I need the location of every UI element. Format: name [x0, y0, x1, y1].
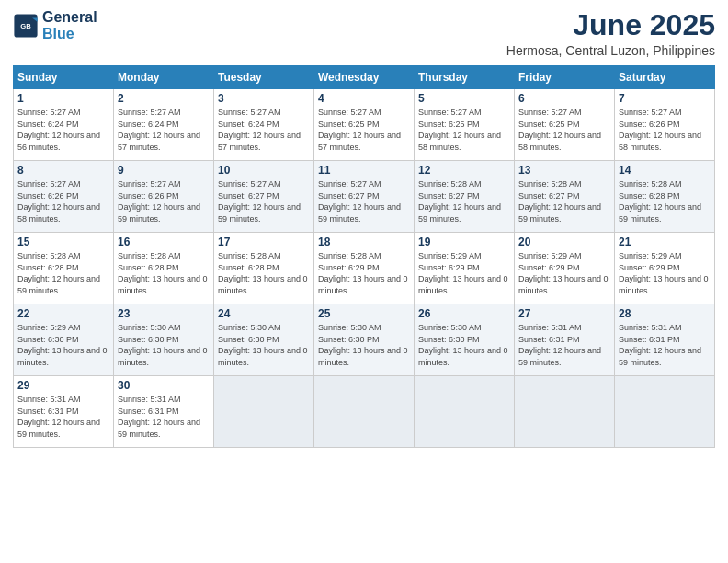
week-row-2: 8Sunrise: 5:27 AMSunset: 6:26 PMDaylight… [14, 161, 715, 233]
day-number: 5 [418, 92, 510, 105]
calendar-cell: 22Sunrise: 5:29 AMSunset: 6:30 PMDayligh… [14, 304, 114, 376]
day-info: Sunrise: 5:27 AMSunset: 6:24 PMDaylight:… [218, 107, 310, 153]
calendar-cell: 4Sunrise: 5:27 AMSunset: 6:25 PMDaylight… [314, 89, 415, 161]
day-info: Sunrise: 5:27 AMSunset: 6:25 PMDaylight:… [418, 107, 510, 153]
day-info: Sunrise: 5:29 AMSunset: 6:30 PMDaylight:… [17, 322, 109, 368]
day-info: Sunrise: 5:29 AMSunset: 6:29 PMDaylight:… [518, 250, 610, 296]
col-saturday: Saturday [615, 66, 715, 89]
logo-icon: GB [13, 13, 39, 39]
col-tuesday: Tuesday [214, 66, 314, 89]
day-info: Sunrise: 5:29 AMSunset: 6:29 PMDaylight:… [418, 250, 510, 296]
calendar-cell: 27Sunrise: 5:31 AMSunset: 6:31 PMDayligh… [515, 304, 615, 376]
day-number: 13 [518, 164, 610, 177]
calendar-cell: 30Sunrise: 5:31 AMSunset: 6:31 PMDayligh… [114, 376, 214, 448]
day-info: Sunrise: 5:30 AMSunset: 6:30 PMDaylight:… [418, 322, 510, 368]
day-info: Sunrise: 5:27 AMSunset: 6:26 PMDaylight:… [17, 178, 109, 224]
day-number: 14 [619, 164, 711, 177]
day-info: Sunrise: 5:31 AMSunset: 6:31 PMDaylight:… [118, 394, 210, 440]
day-number: 10 [218, 164, 310, 177]
logo-text: General Blue [42, 9, 97, 41]
calendar-cell: 17Sunrise: 5:28 AMSunset: 6:28 PMDayligh… [214, 233, 314, 304]
page: GB General Blue June 2025 Hermosa, Centr… [0, 0, 728, 563]
calendar-cell: 18Sunrise: 5:28 AMSunset: 6:29 PMDayligh… [314, 233, 415, 304]
calendar-cell: 23Sunrise: 5:30 AMSunset: 6:30 PMDayligh… [114, 304, 214, 376]
calendar-title: June 2025 [506, 9, 715, 41]
col-monday: Monday [114, 66, 214, 89]
day-number: 29 [17, 379, 109, 392]
day-number: 16 [118, 236, 210, 248]
day-info: Sunrise: 5:29 AMSunset: 6:29 PMDaylight:… [619, 250, 711, 296]
calendar-cell: 24Sunrise: 5:30 AMSunset: 6:30 PMDayligh… [214, 304, 314, 376]
calendar-cell: 11Sunrise: 5:27 AMSunset: 6:27 PMDayligh… [314, 161, 415, 233]
calendar-cell: 26Sunrise: 5:30 AMSunset: 6:30 PMDayligh… [415, 304, 515, 376]
day-number: 24 [218, 307, 310, 320]
day-info: Sunrise: 5:28 AMSunset: 6:28 PMDaylight:… [218, 250, 310, 296]
calendar-cell: 2Sunrise: 5:27 AMSunset: 6:24 PMDaylight… [114, 89, 214, 161]
day-info: Sunrise: 5:30 AMSunset: 6:30 PMDaylight:… [118, 322, 210, 368]
week-row-4: 22Sunrise: 5:29 AMSunset: 6:30 PMDayligh… [14, 304, 715, 376]
calendar-cell [214, 376, 314, 448]
day-number: 3 [218, 92, 310, 105]
calendar-cell [415, 376, 515, 448]
calendar-cell: 10Sunrise: 5:27 AMSunset: 6:27 PMDayligh… [214, 161, 314, 233]
day-info: Sunrise: 5:27 AMSunset: 6:25 PMDaylight:… [318, 107, 410, 153]
day-number: 11 [318, 164, 410, 177]
day-info: Sunrise: 5:28 AMSunset: 6:28 PMDaylight:… [118, 250, 210, 296]
calendar-cell [515, 376, 615, 448]
calendar-cell: 21Sunrise: 5:29 AMSunset: 6:29 PMDayligh… [615, 233, 715, 304]
calendar-cell: 7Sunrise: 5:27 AMSunset: 6:26 PMDaylight… [615, 89, 715, 161]
calendar-cell: 5Sunrise: 5:27 AMSunset: 6:25 PMDaylight… [415, 89, 515, 161]
week-row-3: 15Sunrise: 5:28 AMSunset: 6:28 PMDayligh… [14, 233, 715, 304]
calendar-cell: 12Sunrise: 5:28 AMSunset: 6:27 PMDayligh… [415, 161, 515, 233]
day-info: Sunrise: 5:27 AMSunset: 6:26 PMDaylight:… [118, 178, 210, 224]
day-number: 1 [17, 92, 109, 105]
day-number: 25 [318, 307, 410, 320]
title-block: June 2025 Hermosa, Central Luzon, Philip… [506, 9, 715, 58]
col-friday: Friday [515, 66, 615, 89]
day-info: Sunrise: 5:27 AMSunset: 6:24 PMDaylight:… [118, 107, 210, 153]
calendar-cell: 14Sunrise: 5:28 AMSunset: 6:28 PMDayligh… [615, 161, 715, 233]
day-info: Sunrise: 5:31 AMSunset: 6:31 PMDaylight:… [619, 322, 711, 368]
day-number: 30 [118, 379, 210, 392]
day-number: 4 [318, 92, 410, 105]
logo: GB General Blue [13, 9, 97, 41]
calendar-cell: 19Sunrise: 5:29 AMSunset: 6:29 PMDayligh… [415, 233, 515, 304]
day-number: 15 [17, 236, 109, 248]
day-number: 27 [518, 307, 610, 320]
day-info: Sunrise: 5:30 AMSunset: 6:30 PMDaylight:… [318, 322, 410, 368]
week-row-5: 29Sunrise: 5:31 AMSunset: 6:31 PMDayligh… [14, 376, 715, 448]
day-number: 9 [118, 164, 210, 177]
day-number: 2 [118, 92, 210, 105]
day-info: Sunrise: 5:27 AMSunset: 6:25 PMDaylight:… [518, 107, 610, 153]
day-number: 23 [118, 307, 210, 320]
day-number: 8 [17, 164, 109, 177]
day-number: 22 [17, 307, 109, 320]
col-sunday: Sunday [14, 66, 114, 89]
header: GB General Blue June 2025 Hermosa, Centr… [13, 9, 715, 58]
day-info: Sunrise: 5:31 AMSunset: 6:31 PMDaylight:… [17, 394, 109, 440]
calendar-cell: 28Sunrise: 5:31 AMSunset: 6:31 PMDayligh… [615, 304, 715, 376]
day-number: 12 [418, 164, 510, 177]
day-number: 7 [619, 92, 711, 105]
calendar-cell: 3Sunrise: 5:27 AMSunset: 6:24 PMDaylight… [214, 89, 314, 161]
day-number: 28 [619, 307, 711, 320]
svg-text:GB: GB [20, 21, 31, 29]
day-info: Sunrise: 5:28 AMSunset: 6:28 PMDaylight:… [17, 250, 109, 296]
calendar-cell: 13Sunrise: 5:28 AMSunset: 6:27 PMDayligh… [515, 161, 615, 233]
calendar-cell: 25Sunrise: 5:30 AMSunset: 6:30 PMDayligh… [314, 304, 415, 376]
day-info: Sunrise: 5:28 AMSunset: 6:29 PMDaylight:… [318, 250, 410, 296]
day-info: Sunrise: 5:27 AMSunset: 6:26 PMDaylight:… [619, 107, 711, 153]
day-number: 17 [218, 236, 310, 248]
day-number: 26 [418, 307, 510, 320]
calendar-cell: 15Sunrise: 5:28 AMSunset: 6:28 PMDayligh… [14, 233, 114, 304]
col-wednesday: Wednesday [314, 66, 415, 89]
calendar-cell: 9Sunrise: 5:27 AMSunset: 6:26 PMDaylight… [114, 161, 214, 233]
header-row: Sunday Monday Tuesday Wednesday Thursday… [14, 66, 715, 89]
day-info: Sunrise: 5:27 AMSunset: 6:24 PMDaylight:… [17, 107, 109, 153]
calendar-cell: 29Sunrise: 5:31 AMSunset: 6:31 PMDayligh… [14, 376, 114, 448]
calendar-subtitle: Hermosa, Central Luzon, Philippines [506, 43, 715, 58]
day-info: Sunrise: 5:28 AMSunset: 6:27 PMDaylight:… [418, 178, 510, 224]
calendar-table: Sunday Monday Tuesday Wednesday Thursday… [13, 65, 715, 448]
day-number: 21 [619, 236, 711, 248]
day-info: Sunrise: 5:31 AMSunset: 6:31 PMDaylight:… [518, 322, 610, 368]
